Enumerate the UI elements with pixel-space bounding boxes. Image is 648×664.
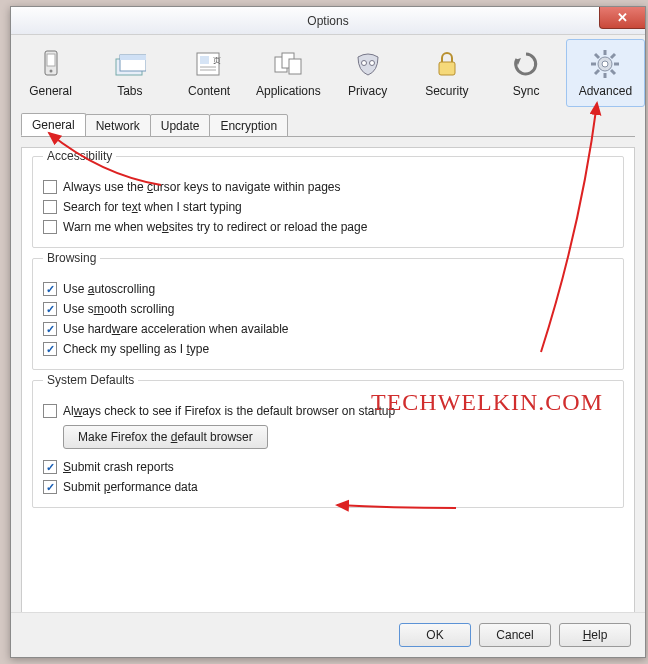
opt-spellcheck[interactable]: Check my spelling as I type	[43, 339, 613, 359]
checkbox[interactable]	[43, 404, 57, 418]
content-area: General Network Update Encryption Access…	[11, 107, 645, 651]
options-window: Options ✕ General Tabs 页 Content	[10, 6, 646, 658]
legend-accessibility: Accessibility	[43, 149, 116, 163]
window-title: Options	[11, 14, 645, 28]
tab-encryption[interactable]: Encryption	[209, 114, 288, 137]
group-accessibility: Accessibility Always use the cursor keys…	[32, 156, 624, 248]
cancel-button[interactable]: Cancel	[479, 623, 551, 647]
dialog-footer: OK Cancel Help	[11, 612, 645, 657]
opt-perf-data[interactable]: Submit performance data	[43, 477, 613, 497]
checkbox[interactable]	[43, 180, 57, 194]
toolbar-advanced[interactable]: Advanced	[566, 39, 645, 107]
svg-line-27	[595, 70, 599, 74]
group-system-defaults: System Defaults Always check to see if F…	[32, 380, 624, 508]
close-button[interactable]: ✕	[599, 7, 645, 29]
content-icon: 页	[171, 46, 248, 82]
lock-icon	[408, 46, 485, 82]
checkbox[interactable]	[43, 220, 57, 234]
close-icon: ✕	[617, 10, 628, 25]
toolbar-content[interactable]: 页 Content	[170, 39, 249, 107]
titlebar: Options ✕	[11, 7, 645, 35]
svg-rect-7	[200, 56, 209, 64]
help-button[interactable]: Help	[559, 623, 631, 647]
tab-general[interactable]: General	[21, 113, 86, 136]
tab-update[interactable]: Update	[150, 114, 211, 137]
svg-point-19	[602, 61, 608, 67]
opt-search-typing[interactable]: Search for text when I start typing	[43, 197, 613, 217]
checkbox[interactable]	[43, 282, 57, 296]
svg-rect-1	[47, 54, 55, 66]
checkbox[interactable]	[43, 342, 57, 356]
tab-network[interactable]: Network	[85, 114, 151, 137]
gear-icon	[567, 46, 644, 82]
toolbar-label: Privacy	[348, 84, 387, 98]
opt-cursor-keys[interactable]: Always use the cursor keys to navigate w…	[43, 177, 613, 197]
opt-autoscroll[interactable]: Use autoscrolling	[43, 279, 613, 299]
checkbox[interactable]	[43, 480, 57, 494]
toolbar-applications[interactable]: Applications	[249, 39, 328, 107]
toolbar-label: Tabs	[117, 84, 142, 98]
toolbar-sync[interactable]: Sync	[487, 39, 566, 107]
advanced-tabstrip: General Network Update Encryption	[21, 113, 635, 137]
opt-hw-accel[interactable]: Use hardware acceleration when available	[43, 319, 613, 339]
opt-check-default[interactable]: Always check to see if Firefox is the de…	[43, 401, 613, 421]
opt-crash-reports[interactable]: Submit crash reports	[43, 457, 613, 477]
svg-line-24	[595, 54, 599, 58]
toolbar-general[interactable]: General	[11, 39, 90, 107]
toolbar-privacy[interactable]: Privacy	[328, 39, 407, 107]
checkbox[interactable]	[43, 322, 57, 336]
tab-panel-general: Accessibility Always use the cursor keys…	[21, 147, 635, 641]
checkbox[interactable]	[43, 200, 57, 214]
svg-rect-16	[439, 62, 455, 75]
checkbox[interactable]	[43, 460, 57, 474]
svg-point-2	[49, 70, 52, 73]
opt-smooth-scroll[interactable]: Use smooth scrolling	[43, 299, 613, 319]
apps-icon	[250, 46, 327, 82]
mask-icon	[329, 46, 406, 82]
toolbar-label: Sync	[513, 84, 540, 98]
toolbar-label: Applications	[256, 84, 321, 98]
group-browsing: Browsing Use autoscrolling Use smooth sc…	[32, 258, 624, 370]
tabs-icon	[91, 46, 168, 82]
ok-button[interactable]: OK	[399, 623, 471, 647]
toolbar-label: Security	[425, 84, 468, 98]
toolbar-label: Content	[188, 84, 230, 98]
svg-text:页: 页	[213, 56, 221, 65]
legend-browsing: Browsing	[43, 251, 100, 265]
svg-rect-13	[289, 59, 301, 74]
svg-rect-5	[120, 55, 146, 60]
svg-line-25	[611, 70, 615, 74]
svg-point-15	[369, 61, 374, 66]
legend-system: System Defaults	[43, 373, 138, 387]
phone-icon	[12, 46, 89, 82]
toolbar-security[interactable]: Security	[407, 39, 486, 107]
toolbar-tabs[interactable]: Tabs	[90, 39, 169, 107]
checkbox[interactable]	[43, 302, 57, 316]
svg-point-14	[361, 61, 366, 66]
make-default-button[interactable]: Make Firefox the default browser	[63, 425, 268, 449]
svg-line-26	[611, 54, 615, 58]
toolbar-label: General	[29, 84, 72, 98]
category-toolbar: General Tabs 页 Content Applications Priv…	[11, 35, 645, 107]
opt-warn-redirect[interactable]: Warn me when websites try to redirect or…	[43, 217, 613, 237]
sync-icon	[488, 46, 565, 82]
toolbar-label: Advanced	[579, 84, 632, 98]
